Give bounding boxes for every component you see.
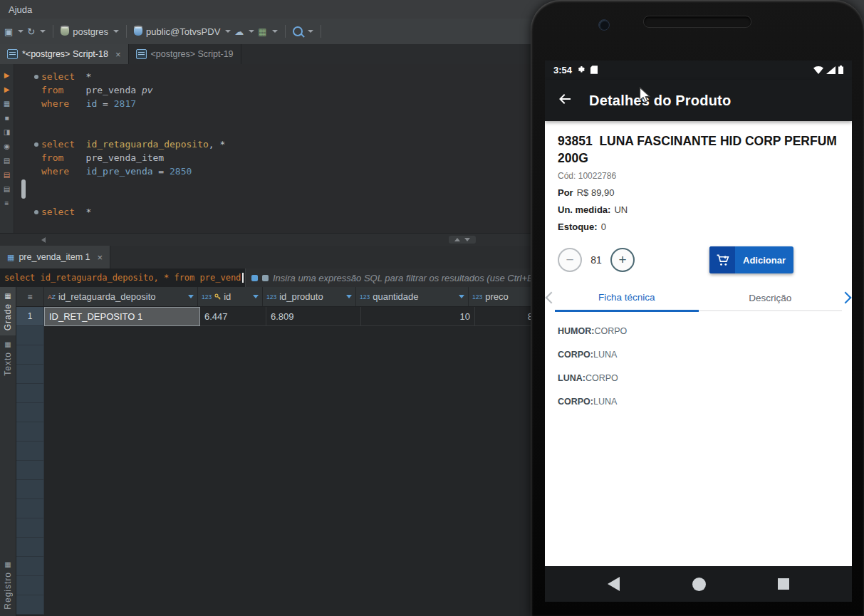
- row-number: [16, 442, 44, 461]
- nav-back-icon[interactable]: [608, 577, 620, 591]
- side-tab-texto[interactable]: ▦Texto: [0, 335, 16, 381]
- primary-key-icon: [214, 291, 221, 302]
- column-menu-caret-icon[interactable]: [253, 295, 259, 298]
- schema-label: public@TotvsPDV: [146, 26, 220, 37]
- nav-recents-icon[interactable]: [778, 578, 789, 590]
- wifi-icon: [813, 64, 823, 77]
- separator: [321, 25, 321, 38]
- product-price: PorR$ 89,90: [558, 187, 839, 198]
- dropdown-caret-icon[interactable]: [308, 30, 313, 33]
- editor-tab[interactable]: <postgres> Script-19: [129, 44, 241, 64]
- sql-file-icon: [136, 49, 147, 59]
- new-sql-editor-icon[interactable]: ▣: [4, 26, 13, 37]
- active-query-text[interactable]: select id_retaguarda_deposito, * from pr…: [0, 268, 246, 287]
- grid-icon: ▦: [7, 253, 14, 262]
- row-number: [16, 576, 44, 595]
- separator: [285, 25, 286, 38]
- editor-tab-label: *<postgres> Script-18: [22, 49, 108, 59]
- schema-selector[interactable]: public@TotvsPDV: [134, 26, 231, 37]
- row-number: [16, 518, 44, 538]
- product-code: Cód: 10022786: [558, 171, 839, 181]
- side-tab-label: Grade: [3, 303, 13, 330]
- phone-camera: [598, 19, 610, 31]
- product-detail: 93851 LUNA FASCINANTE HID CORP PERFUM 20…: [545, 121, 852, 566]
- app-bar: Detalhes do Produto: [545, 80, 852, 121]
- row-number: [16, 422, 44, 442]
- filter-edit-icon: [262, 275, 269, 281]
- row-number: [16, 480, 44, 499]
- refresh-icon[interactable]: ↻: [27, 26, 35, 37]
- ph-tabs-cells: Ficha técnicaDescrição: [555, 285, 842, 311]
- side-tab-grade[interactable]: ▦Grade: [0, 287, 16, 335]
- scroll-left-icon[interactable]: [41, 237, 46, 243]
- quantity-minus-button[interactable]: −: [558, 248, 582, 272]
- statement-marker-icon: [34, 210, 38, 214]
- menu-item-help[interactable]: Ajuda: [9, 4, 32, 15]
- splitter-collapse-handle[interactable]: [449, 236, 476, 244]
- status-bar: 3:54: [545, 61, 852, 80]
- row-number: [16, 403, 44, 422]
- results-tab[interactable]: ▦ pre_venda_item 1 ×: [0, 246, 110, 268]
- schema-icon: [134, 27, 142, 36]
- column-header-id[interactable]: 123id: [198, 287, 263, 306]
- phone-speaker: [643, 16, 751, 28]
- cloud-icon[interactable]: ☁: [234, 26, 244, 37]
- dropdown-caret-icon[interactable]: [272, 30, 278, 33]
- text-sort-icon: AZ: [48, 293, 56, 301]
- row-number: [16, 345, 44, 365]
- column-header-id_produto[interactable]: 123id_produto: [263, 287, 356, 306]
- cell[interactable]: 6.809: [266, 307, 361, 326]
- quantity-value[interactable]: 81: [582, 254, 610, 266]
- tab-0[interactable]: Ficha técnica: [555, 285, 699, 312]
- search-icon[interactable]: [293, 26, 303, 36]
- column-menu-caret-icon[interactable]: [188, 295, 194, 298]
- result-view-rail: ▦Grade▦Texto▦Registro: [0, 287, 16, 616]
- back-arrow-icon[interactable]: [556, 90, 573, 110]
- dropdown-caret-icon[interactable]: [18, 30, 24, 33]
- spec-row: CORPO:LUNA: [558, 397, 839, 407]
- row-number: [16, 557, 44, 576]
- numeric-type-icon: 123: [360, 293, 370, 301]
- add-to-cart-button[interactable]: Adicionar: [709, 246, 793, 273]
- cell[interactable]: 10: [361, 307, 475, 326]
- grid-corner-menu-icon[interactable]: ≡: [16, 287, 44, 306]
- view-icon: ▦: [4, 560, 11, 568]
- editor-tab-label: <postgres> Script-19: [151, 49, 234, 59]
- dropdown-caret-icon[interactable]: [249, 30, 254, 33]
- row-number: [16, 499, 44, 518]
- column-menu-caret-icon[interactable]: [459, 295, 464, 298]
- dropdown-caret-icon[interactable]: [40, 30, 46, 33]
- side-tab-registro[interactable]: ▦Registro: [0, 555, 16, 615]
- view-icon: ▦: [4, 292, 11, 300]
- quantity-plus-button[interactable]: +: [610, 248, 635, 272]
- spec-row: LUNA:CORPO: [558, 373, 839, 383]
- numeric-type-icon: 123: [202, 293, 212, 301]
- column-menu-caret-icon[interactable]: [346, 295, 352, 298]
- android-navbar: [545, 566, 852, 602]
- sql-file-icon: [7, 49, 18, 59]
- close-icon[interactable]: ×: [115, 49, 121, 60]
- column-label: id_produto: [279, 291, 323, 302]
- statement-marker-icon: [34, 75, 38, 79]
- close-icon[interactable]: ×: [97, 252, 103, 263]
- screen: Ajuda ▣ ↻ postgres public@TotvsPDV ☁ ▦: [0, 0, 864, 616]
- nav-home-icon[interactable]: [692, 578, 706, 591]
- phone-screen: 3:54: [545, 61, 852, 602]
- view-icon: ▦: [4, 340, 11, 348]
- column-header-quantidade[interactable]: 123quantidade: [356, 287, 469, 306]
- cell[interactable]: ID_RET_DEPOSITO 1: [44, 307, 200, 326]
- tab-1[interactable]: Descrição: [699, 285, 843, 310]
- row-number: [16, 384, 44, 403]
- numeric-type-icon: 123: [266, 293, 276, 301]
- connection-selector[interactable]: postgres: [61, 26, 119, 37]
- side-tab-label: Texto: [3, 352, 13, 376]
- statement-marker-icon: [34, 142, 38, 147]
- row-number[interactable]: 1: [16, 307, 44, 326]
- separator: [126, 25, 127, 38]
- column-label: preco: [485, 291, 509, 302]
- product-title: 93851 LUNA FASCINANTE HID CORP PERFUM 20…: [558, 132, 839, 167]
- editor-tab[interactable]: *<postgres> Script-18×: [0, 44, 129, 64]
- cell[interactable]: 6.447: [200, 307, 266, 326]
- column-header-id_retaguarda_deposito[interactable]: AZid_retaguarda_deposito: [44, 287, 198, 306]
- table-icon[interactable]: ▦: [258, 26, 266, 37]
